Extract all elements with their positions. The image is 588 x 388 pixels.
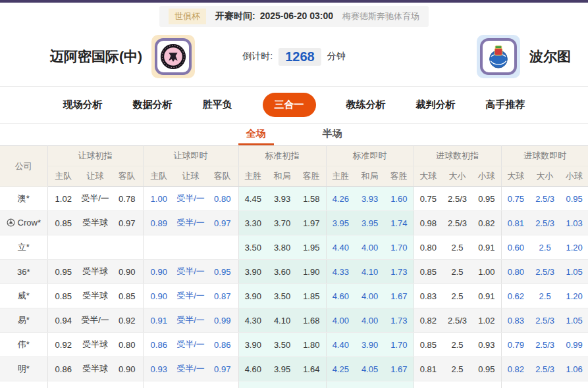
odds-cell: 1.95 xyxy=(297,235,326,260)
company-cell: 澳* xyxy=(0,187,47,211)
odds-cell: 0.95 xyxy=(472,357,501,381)
odds-cell: 受半球 xyxy=(79,381,111,388)
odds-cell: 0.97 xyxy=(111,211,143,235)
odds-cell: 1.20 xyxy=(560,235,588,260)
odds-cell: 2.5/3 xyxy=(530,211,560,235)
odds-cell: 4.00 xyxy=(355,235,385,260)
odds-cell: 3.60 xyxy=(267,260,297,284)
odds-cell: 2.5/3 xyxy=(530,357,560,381)
odds-cell: 0.93 xyxy=(143,357,174,381)
odds-cell: 1.25 xyxy=(560,381,588,388)
nav-tab-4[interactable]: 教练分析 xyxy=(346,99,386,111)
nav-tab-3[interactable]: 三合一 xyxy=(263,93,316,117)
odds-cell: 1.20 xyxy=(560,284,588,308)
odds-cell: 1.05 xyxy=(560,308,588,333)
company-cell: 威* xyxy=(0,284,47,308)
odds-cell: 0.95 xyxy=(472,187,501,211)
group-header: 进球数即时 xyxy=(501,146,588,166)
odds-cell: 0.97 xyxy=(207,357,238,381)
odds-cell: 4.50 xyxy=(326,381,355,388)
odds-cell: 1.60 xyxy=(385,187,414,211)
league-badge: 世俱杯 xyxy=(169,9,206,24)
table-row: 立*3.503.801.954.404.001.700.802.50.910.6… xyxy=(0,235,588,260)
odds-cell: 1.90 xyxy=(297,260,326,284)
odds-cell: 3.95 xyxy=(355,211,385,235)
nav-tab-1[interactable]: 数据分析 xyxy=(133,99,173,111)
odds-cell: 4.00 xyxy=(355,284,385,308)
odds-cell: 0.86 xyxy=(47,357,79,381)
odds-cell: 4.25 xyxy=(326,357,355,381)
home-team-name: 迈阿密国际(中) xyxy=(50,47,142,66)
odds-cell xyxy=(174,235,207,260)
home-team: 迈阿密国际(中) xyxy=(50,35,195,78)
group-header: 标准即时 xyxy=(326,146,414,166)
odds-cell: 受半/一 xyxy=(79,187,111,211)
venue-name: 梅赛德斯奔驰体育场 xyxy=(342,11,419,22)
odds-cell: 3.70 xyxy=(267,211,297,235)
odds-cell: 4.26 xyxy=(326,187,355,211)
odds-comparison-table: 公司让球初指让球即时标准初指标准即时进球数初指进球数即时主队让球客队主队让球客队… xyxy=(0,145,588,388)
nav-tab-6[interactable]: 高手推荐 xyxy=(486,99,525,111)
company-cell: Interwet* xyxy=(0,381,47,388)
odds-cell: 4.33 xyxy=(326,260,355,284)
odds-cell: 0.80 xyxy=(111,333,143,357)
nav-tab-5[interactable]: 裁判分析 xyxy=(416,99,456,111)
countdown-unit: 分钟 xyxy=(327,51,346,62)
odds-cell: 4.30 xyxy=(238,308,267,333)
odds-cell: 0.82 xyxy=(414,308,442,333)
odds-cell: 3.60 xyxy=(267,381,297,388)
company-name: 伟* xyxy=(18,339,30,349)
nav-tab-2[interactable]: 胜平负 xyxy=(203,99,232,111)
porto-crest-icon xyxy=(485,43,512,70)
odds-cell: 0.83 xyxy=(414,284,442,308)
odds-cell: 0.80 xyxy=(414,235,442,260)
company-cell: 立* xyxy=(0,235,47,260)
odds-cell: 2.5/3 xyxy=(530,308,560,333)
odds-cell: 0.91 xyxy=(143,308,174,333)
company-name: 36* xyxy=(17,267,30,277)
odds-cell: 1.97 xyxy=(297,211,326,235)
odds-cell: 0.97 xyxy=(207,211,238,235)
odds-cell: 2.5 xyxy=(442,333,472,357)
sub-header: 小球 xyxy=(472,166,501,187)
odds-cell: 1.85 xyxy=(297,284,326,308)
away-logo-frame xyxy=(480,38,517,75)
odds-cell: 0.70 xyxy=(207,381,238,388)
sub-header: 大球 xyxy=(414,166,442,187)
odds-cell: 4.00 xyxy=(326,308,355,333)
kickoff-label: 开赛时间: xyxy=(215,11,255,22)
odds-cell: 4.00 xyxy=(355,308,385,333)
odds-cell: 0.79 xyxy=(501,333,530,357)
tab-full-match[interactable]: 全场 xyxy=(238,124,274,145)
table-row: Crow*0.85受半球0.970.89受半/一0.973.303.701.97… xyxy=(0,211,588,235)
odds-cell: 2.5/3 xyxy=(530,260,560,284)
group-header: 让球即时 xyxy=(143,146,238,166)
tab-half-match[interactable]: 半场 xyxy=(315,124,350,145)
company-name: 威* xyxy=(18,291,30,301)
sub-header: 小球 xyxy=(560,166,588,187)
countdown: 倒计时: 1268 分钟 xyxy=(242,48,345,66)
away-team: 波尔图 xyxy=(477,35,571,78)
odds-cell: 2.5 xyxy=(442,260,472,284)
odds-cell: 2.5 xyxy=(530,284,560,308)
odds-cell: 3.50 xyxy=(267,284,297,308)
company-name: 立* xyxy=(18,242,30,252)
odds-cell: 1.05 xyxy=(560,260,588,284)
odds-cell: 0.85 xyxy=(47,381,79,388)
company-cell: Crow* xyxy=(0,211,47,235)
odds-cell: 受半/一 xyxy=(79,308,111,333)
sub-header: 大球 xyxy=(501,166,530,187)
nav-tab-0[interactable]: 现场分析 xyxy=(63,99,103,111)
countdown-label: 倒计时: xyxy=(242,51,273,62)
kickoff-time: 开赛时间: 2025-06-20 03:00 xyxy=(215,11,333,22)
company-name: 明* xyxy=(18,364,30,374)
odds-cell: 受半/一 xyxy=(174,308,207,333)
odds-cell: 0.85 xyxy=(47,211,79,235)
odds-cell: 受半球 xyxy=(79,357,111,381)
odds-cell: 1.74 xyxy=(385,211,414,235)
odds-cell: 0.89 xyxy=(143,211,174,235)
sub-header: 主胜 xyxy=(326,166,355,187)
home-logo-frame xyxy=(155,38,192,75)
sub-header: 让球 xyxy=(174,166,207,187)
odds-cell: 1.80 xyxy=(297,333,326,357)
